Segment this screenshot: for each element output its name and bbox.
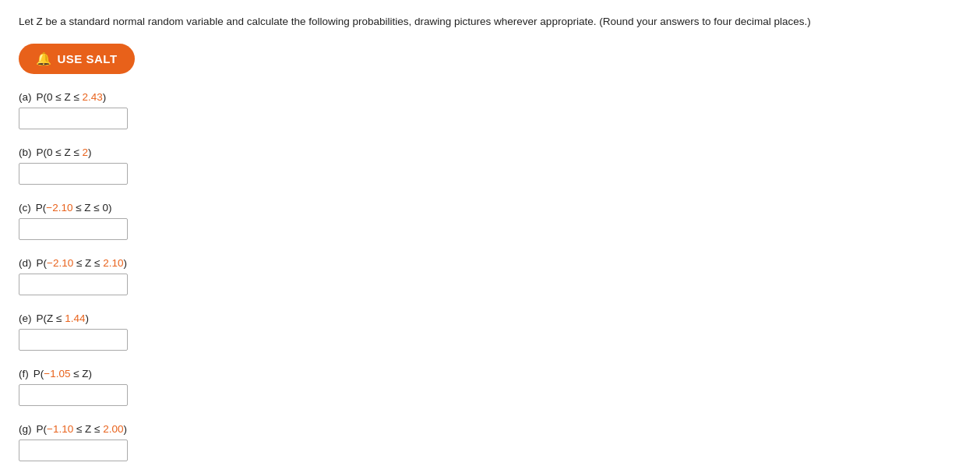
answer-input-2[interactable] (19, 218, 128, 240)
question-letter-2: (c) (19, 202, 31, 214)
question-letter-6: (g) (19, 423, 32, 435)
answer-input-1[interactable] (19, 163, 128, 185)
question-formula-0: P(0 ≤ Z ≤ 2.43) (37, 91, 107, 103)
question-block-f: (f)P(−1.05 ≤ Z) (19, 368, 961, 406)
question-letter-3: (d) (19, 257, 32, 269)
question-label-4: (e)P(Z ≤ 1.44) (19, 312, 961, 324)
question-block-g: (g)P(−1.10 ≤ Z ≤ 2.00) (19, 423, 961, 461)
use-salt-button[interactable]: 🔔 USE SALT (19, 44, 135, 74)
question-label-5: (f)P(−1.05 ≤ Z) (19, 368, 961, 380)
answer-input-6[interactable] (19, 440, 128, 461)
question-block-d: (d)P(−2.10 ≤ Z ≤ 2.10) (19, 257, 961, 295)
question-formula-4: P(Z ≤ 1.44) (37, 312, 89, 324)
question-letter-0: (a) (19, 91, 32, 103)
question-block-e: (e)P(Z ≤ 1.44) (19, 312, 961, 351)
question-formula-6: P(−1.10 ≤ Z ≤ 2.00) (37, 423, 128, 435)
questions-container: (a)P(0 ≤ Z ≤ 2.43)(b)P(0 ≤ Z ≤ 2)(c)P(−2… (19, 91, 961, 461)
question-letter-1: (b) (19, 147, 32, 158)
salt-icon: 🔔 (36, 51, 52, 66)
question-label-2: (c)P(−2.10 ≤ Z ≤ 0) (19, 202, 961, 214)
question-formula-2: P(−2.10 ≤ Z ≤ 0) (36, 202, 112, 214)
question-label-3: (d)P(−2.10 ≤ Z ≤ 2.10) (19, 257, 961, 269)
answer-input-5[interactable] (19, 384, 128, 406)
answer-input-0[interactable] (19, 108, 128, 129)
question-formula-5: P(−1.05 ≤ Z) (33, 368, 92, 380)
question-block-a: (a)P(0 ≤ Z ≤ 2.43) (19, 91, 961, 129)
question-formula-1: P(0 ≤ Z ≤ 2) (37, 147, 92, 158)
question-block-b: (b)P(0 ≤ Z ≤ 2) (19, 147, 961, 185)
use-salt-label: USE SALT (58, 52, 118, 65)
question-letter-4: (e) (19, 312, 32, 324)
question-block-c: (c)P(−2.10 ≤ Z ≤ 0) (19, 202, 961, 240)
question-label-1: (b)P(0 ≤ Z ≤ 2) (19, 147, 961, 158)
intro-text: Let Z be a standard normal random variab… (19, 14, 961, 30)
question-label-6: (g)P(−1.10 ≤ Z ≤ 2.00) (19, 423, 961, 435)
question-formula-3: P(−2.10 ≤ Z ≤ 2.10) (37, 257, 128, 269)
answer-input-4[interactable] (19, 329, 128, 351)
question-letter-5: (f) (19, 368, 29, 380)
answer-input-3[interactable] (19, 274, 128, 295)
question-label-0: (a)P(0 ≤ Z ≤ 2.43) (19, 91, 961, 103)
